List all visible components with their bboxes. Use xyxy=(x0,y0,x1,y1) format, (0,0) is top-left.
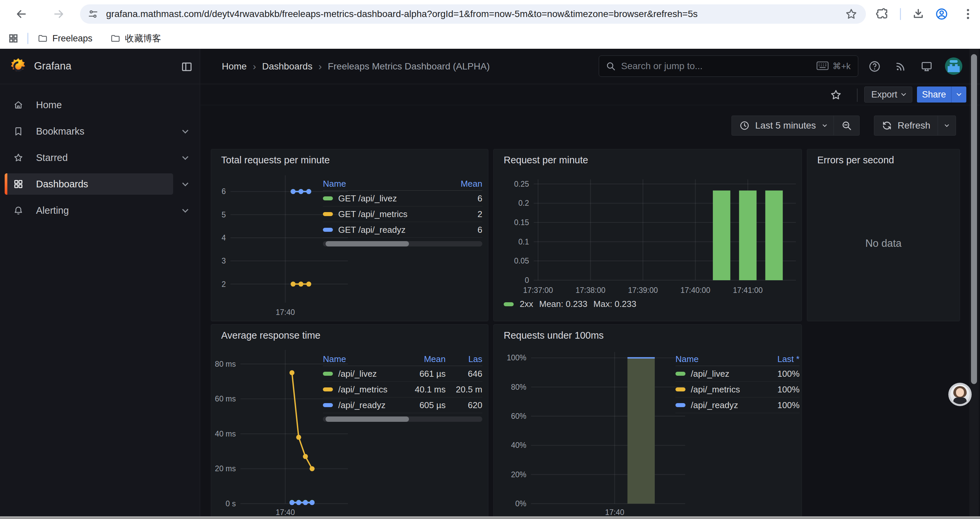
legend-row[interactable]: GET /api/_metrics2 xyxy=(323,206,482,222)
collapse-sidebar-icon[interactable] xyxy=(181,61,193,73)
refresh-interval-button[interactable] xyxy=(938,116,956,135)
series-name[interactable]: /api/_livez xyxy=(691,369,730,379)
bookmark-star-icon[interactable] xyxy=(845,7,858,21)
search-icon xyxy=(606,61,616,71)
legend-row[interactable]: /api/_metrics100% xyxy=(675,382,800,398)
bookmark-folder-blogs[interactable]: 收藏博客 xyxy=(110,32,161,45)
refresh-button[interactable]: Refresh xyxy=(874,116,938,135)
panel-title[interactable]: Total requests per minute xyxy=(221,155,330,166)
legend-col-name[interactable]: Name xyxy=(323,179,442,189)
series-name[interactable]: GET /api/_livez xyxy=(338,193,397,204)
zoom-out-button[interactable] xyxy=(834,116,859,135)
sidebar-item-home[interactable]: Home xyxy=(5,94,194,115)
legend-scrollbar-thumb[interactable] xyxy=(326,417,409,422)
extensions-icon[interactable] xyxy=(876,7,889,21)
forward-icon[interactable] xyxy=(52,7,65,21)
series-color-pill xyxy=(323,372,333,376)
chart-plot[interactable]: 0%20%40%60%80%100%17:40 xyxy=(496,346,697,518)
url-input[interactable] xyxy=(106,9,845,19)
favorite-star-icon[interactable] xyxy=(830,88,842,101)
back-icon[interactable] xyxy=(15,7,28,21)
legend-col[interactable]: Las xyxy=(445,354,482,364)
zoom-out-icon xyxy=(841,120,852,131)
series-name[interactable]: GET /api/_metrics xyxy=(338,209,407,219)
sidebar-item-bookmarks[interactable]: Bookmarks xyxy=(5,121,194,142)
share-button[interactable]: Share xyxy=(917,86,951,102)
breadcrumb-home[interactable]: Home xyxy=(222,61,247,72)
breadcrumb-dashboards[interactable]: Dashboards xyxy=(262,61,313,72)
legend-scrollbar-thumb[interactable] xyxy=(326,241,409,246)
legend-row[interactable]: /api/_readyz100% xyxy=(675,398,800,413)
dashboard-subheader: Export Share xyxy=(200,85,980,105)
share-menu-button[interactable] xyxy=(951,86,966,102)
legend-inline[interactable]: 2xxMean: 0.233Max: 0.233 xyxy=(504,299,636,309)
series-name[interactable]: /api/_readyz xyxy=(338,400,386,410)
legend-col-name[interactable]: Name xyxy=(323,354,396,364)
series-color-pill xyxy=(323,387,333,391)
legend-col[interactable]: Mean xyxy=(442,179,482,189)
chevron-down-icon[interactable] xyxy=(182,206,188,212)
legend-row[interactable]: GET /api/_livez6 xyxy=(323,191,482,206)
series-name[interactable]: /api/_metrics xyxy=(338,385,387,395)
refresh-group: Refresh xyxy=(874,115,956,136)
svg-text:40%: 40% xyxy=(511,441,527,450)
svg-text:0.2: 0.2 xyxy=(519,199,529,208)
chart-plot[interactable]: 00.050.10.150.20.2517:37:0017:38:0017:39… xyxy=(496,171,800,306)
export-button[interactable]: Export xyxy=(864,86,912,102)
sidebar-item-label: Bookmarks xyxy=(36,126,84,137)
series-name[interactable]: /api/_metrics xyxy=(691,385,740,395)
assistant-avatar[interactable] xyxy=(948,383,972,406)
legend-row[interactable]: /api/_livez661 µs646 xyxy=(323,366,482,382)
legend-row[interactable]: /api/_metrics40.1 ms20.5 m xyxy=(323,382,482,398)
svg-text:20 ms: 20 ms xyxy=(215,464,236,473)
legend-scrollbar[interactable] xyxy=(323,241,482,246)
chevron-down-icon[interactable] xyxy=(182,180,188,186)
browser-menu-icon[interactable] xyxy=(961,7,975,21)
search-input[interactable] xyxy=(621,61,816,72)
chevron-down-icon[interactable] xyxy=(182,153,188,160)
page-scrollbar-thumb[interactable] xyxy=(971,54,977,384)
svg-text:6: 6 xyxy=(221,187,226,196)
chevron-down-icon[interactable] xyxy=(182,127,188,133)
sidebar-item-alerting[interactable]: Alerting xyxy=(5,200,194,221)
chevron-down-icon xyxy=(945,123,949,127)
news-rss-icon[interactable] xyxy=(894,60,907,73)
apps-grid-icon[interactable] xyxy=(8,33,19,44)
series-name[interactable]: GET /api/_readyz xyxy=(338,225,406,235)
legend-col-name[interactable]: Name xyxy=(675,354,753,364)
time-range-picker[interactable]: Last 5 minutes xyxy=(732,116,834,135)
profile-icon[interactable] xyxy=(935,7,948,21)
legend-row[interactable]: GET /api/_readyz6 xyxy=(323,222,482,238)
series-name[interactable]: /api/_livez xyxy=(338,369,377,379)
series-color-pill xyxy=(675,387,686,391)
panel-title[interactable]: Requests under 100ms xyxy=(504,330,604,341)
user-avatar[interactable] xyxy=(945,57,963,75)
series-name[interactable]: /api/_readyz xyxy=(691,400,738,410)
screen: Freeleaps 收藏博客 Grafana xyxy=(0,0,980,519)
panel-title[interactable]: Average response time xyxy=(221,330,321,341)
panel-title[interactable]: Request per minute xyxy=(504,155,588,166)
sidebar-item-starred[interactable]: Starred xyxy=(5,147,194,168)
legend-scrollbar[interactable] xyxy=(323,417,482,422)
search-box[interactable]: ⌘+k xyxy=(599,56,858,77)
downloads-icon[interactable] xyxy=(912,7,925,21)
site-settings-icon[interactable] xyxy=(88,8,99,20)
help-icon[interactable] xyxy=(868,60,881,73)
panel-request-per-minute: Request per minute00.050.10.150.20.2517:… xyxy=(493,149,802,321)
search-shortcut: ⌘+k xyxy=(832,61,851,72)
bookmark-folder-freeleaps[interactable]: Freeleaps xyxy=(38,34,92,44)
subheader-divider xyxy=(857,88,858,102)
url-bar[interactable] xyxy=(80,4,866,24)
series-value: 6 xyxy=(442,225,482,235)
legend-row[interactable]: /api/_livez100% xyxy=(675,366,800,382)
series-name[interactable]: 2xx xyxy=(520,299,533,309)
series-value: 40.1 ms xyxy=(396,385,445,395)
svg-text:0.05: 0.05 xyxy=(514,257,529,265)
monitor-icon[interactable] xyxy=(920,60,933,73)
legend-row[interactable]: /api/_readyz605 µs620 xyxy=(323,398,482,413)
grafana-logo[interactable] xyxy=(10,57,27,75)
series-value: 661 µs xyxy=(396,369,445,379)
legend-col[interactable]: Mean xyxy=(396,354,445,364)
sidebar-item-dashboards[interactable]: Dashboards xyxy=(5,173,194,195)
legend-col[interactable]: Last * xyxy=(753,354,800,364)
